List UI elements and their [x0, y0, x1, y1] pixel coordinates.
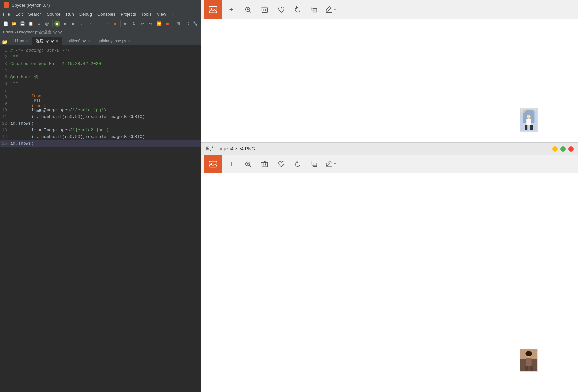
crop-btn-1[interactable]: [307, 2, 322, 17]
tab-gaibian[interactable]: gaibianyanse.py ✕: [94, 37, 135, 45]
photos-home-btn-2[interactable]: [204, 155, 222, 173]
main-toolbar: 📄 📂 💾 📋 ≡ @ ▶ ▶ ▶ ↓ → → → ■ ⏭ ↻ ↩ ↪ ⏩ ◼ …: [0, 18, 201, 29]
code-line-14: 14 im.thumbnail((50,50),resample=Image.B…: [0, 133, 201, 140]
svg-rect-6: [262, 8, 268, 12]
menu-source[interactable]: Source: [47, 12, 61, 17]
menu-help[interactable]: H: [171, 12, 174, 17]
crop-btn-2[interactable]: [307, 157, 322, 172]
crop-icon-1: [311, 6, 318, 13]
debug-out-btn[interactable]: ↪: [147, 20, 154, 27]
maximize-btn-2[interactable]: [560, 146, 566, 152]
stop-btn[interactable]: ■: [111, 20, 119, 27]
title-bar: Spyder (Python 3.7): [0, 0, 201, 10]
thumbnail-jennie[interactable]: [520, 108, 538, 132]
menu-projects[interactable]: Projects: [121, 12, 136, 17]
debug-into-btn[interactable]: ↩: [139, 20, 146, 27]
zoom-in-btn-1[interactable]: [240, 2, 256, 17]
run-selection-btn[interactable]: →: [86, 20, 94, 27]
toolbar-sep-3: [173, 20, 173, 27]
new-file-btn[interactable]: 📄: [2, 20, 9, 27]
menu-debug[interactable]: Debug: [79, 12, 92, 17]
menu-bar: File Edit Search Source Run Debug Consol…: [0, 10, 201, 18]
rotate-btn-1[interactable]: [290, 2, 305, 17]
edit-icon-1: [325, 6, 333, 13]
svg-rect-0: [209, 6, 217, 13]
delete-icon-1: [261, 6, 268, 13]
menu-tools[interactable]: Tools: [141, 12, 151, 17]
svg-rect-38: [313, 163, 317, 166]
code-editor[interactable]: 1 # -*- coding: utf-8 -*- 2 """ 3 Create…: [0, 45, 201, 392]
save-all-btn[interactable]: 📋: [27, 20, 34, 27]
svg-point-44: [525, 351, 532, 356]
delete-btn-1[interactable]: [257, 2, 272, 17]
heart-icon-1: [278, 6, 285, 13]
delete-btn-2[interactable]: [257, 157, 272, 172]
menu-view[interactable]: View: [157, 12, 166, 17]
zoom-in-btn-2[interactable]: [240, 157, 256, 172]
open-file-btn[interactable]: 📂: [10, 20, 18, 27]
close-tab-wendu[interactable]: ✕: [56, 39, 58, 43]
tab-wendu[interactable]: 温度.py.py ✕: [32, 37, 62, 45]
code-line-4: 4: [0, 67, 201, 74]
fullscreen-btn[interactable]: ⛶: [183, 20, 190, 27]
minimize-btn-2[interactable]: [552, 146, 558, 152]
run-file-btn[interactable]: ▶: [61, 20, 69, 27]
editor-path: Editor - D:\Python作业\温度.py.py: [0, 29, 201, 36]
tab-bar: 📁 111.py ✕ 温度.py.py ✕ untitled0.py ✕ gai…: [0, 36, 201, 45]
run-cell-adv-btn[interactable]: ↓: [78, 20, 85, 27]
rotate-icon-2: [294, 161, 301, 168]
add-btn-1[interactable]: +: [224, 2, 239, 17]
debug-step-btn[interactable]: ↻: [130, 20, 138, 27]
chevron-down-icon-2: ▼: [333, 162, 337, 166]
close-tab-111py[interactable]: ✕: [26, 39, 29, 43]
list-btn[interactable]: ≡: [35, 20, 42, 27]
crop-icon-2: [311, 161, 318, 168]
close-tab-gaibian[interactable]: ✕: [128, 39, 131, 43]
chevron-down-icon-1: ▼: [333, 8, 337, 11]
debug-next-btn[interactable]: ⏩: [155, 20, 163, 27]
menu-consoles[interactable]: Consoles: [97, 12, 115, 17]
tab-111py[interactable]: 111.py ✕: [9, 37, 32, 45]
rotate-btn-2[interactable]: [290, 157, 305, 172]
tab-untitled[interactable]: untitled0.py ✕: [62, 37, 94, 45]
photos-home-btn-1[interactable]: [204, 0, 222, 19]
window-title: Spyder (Python 3.7): [12, 3, 50, 8]
run-cell-btn[interactable]: ▶: [70, 20, 77, 27]
photos-title-bar-2: 照片 - tmpzc4rzje4.PNG: [201, 143, 578, 155]
save-btn[interactable]: 💾: [19, 20, 26, 27]
add-btn-2[interactable]: +: [224, 157, 239, 172]
svg-rect-23: [525, 125, 527, 130]
photos-content-2[interactable]: [201, 173, 578, 392]
svg-rect-31: [262, 162, 268, 167]
code-line-6: 6 """: [0, 80, 201, 87]
debug-continue-btn[interactable]: ⏭: [122, 20, 129, 27]
window-controls-2: [552, 146, 574, 152]
run-btn[interactable]: ▶: [54, 21, 60, 27]
menu-search[interactable]: Search: [28, 12, 41, 17]
favorite-btn-2[interactable]: [274, 157, 289, 172]
step-btn[interactable]: →: [103, 20, 110, 27]
svg-point-21: [527, 115, 531, 119]
at-btn[interactable]: @: [43, 20, 51, 27]
debug-stop-btn[interactable]: ◼: [164, 20, 171, 27]
svg-rect-46: [530, 366, 533, 370]
folder-icon: 📁: [0, 39, 9, 45]
close-tab-untitled[interactable]: ✕: [88, 39, 91, 43]
settings-btn[interactable]: 🔧: [191, 20, 199, 27]
run-to-line-btn[interactable]: →: [95, 20, 102, 27]
menu-edit[interactable]: Edit: [15, 12, 23, 17]
menu-run[interactable]: Run: [66, 12, 74, 17]
edit-dropdown-btn-2[interactable]: ▼: [323, 159, 339, 169]
svg-rect-25: [209, 161, 217, 167]
edit-dropdown-btn-1[interactable]: ▼: [323, 5, 339, 15]
maximize-editor-btn[interactable]: ⊞: [175, 20, 182, 27]
code-line-11: 11 im.thumbnail((50,50),resample=Image.B…: [0, 113, 201, 120]
photos-content-1[interactable]: [201, 19, 578, 142]
close-btn-2[interactable]: [568, 146, 574, 152]
photo-icon-2: [208, 160, 218, 169]
menu-file[interactable]: File: [3, 12, 10, 17]
photos-window-2: 照片 - tmpzc4rzje4.PNG +: [201, 143, 578, 392]
thumbnail-jennie2[interactable]: [520, 349, 538, 372]
favorite-btn-1[interactable]: [274, 2, 289, 17]
spyder-icon: [4, 2, 9, 8]
